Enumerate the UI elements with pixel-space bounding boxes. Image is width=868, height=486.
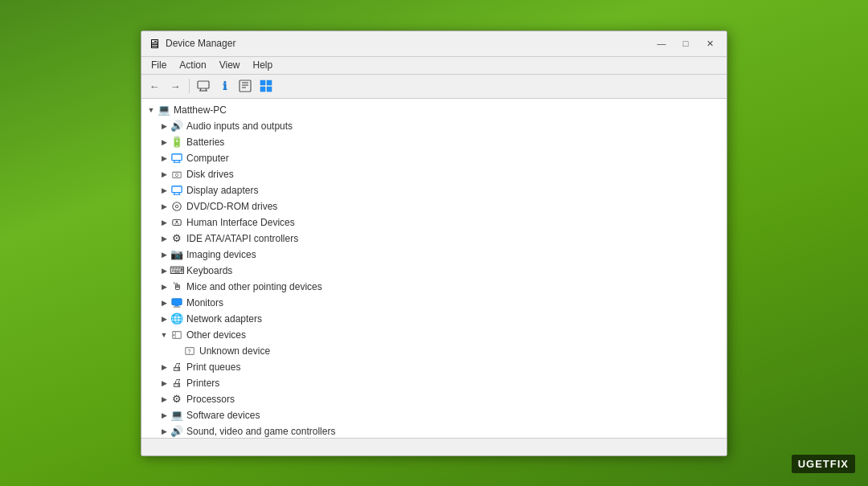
expander: ▶ [158, 136, 170, 149]
dvd-icon [170, 200, 183, 213]
list-item[interactable]: ▶ 🖨 Print queues [141, 359, 727, 375]
svg-rect-0 [198, 81, 209, 88]
item-label: DVD/CD-ROM drives [186, 201, 277, 212]
svg-rect-31 [174, 306, 181, 307]
print-queues-icon: 🖨 [170, 361, 183, 374]
expander: ▶ [158, 168, 170, 181]
display-icon [170, 184, 183, 197]
list-item[interactable]: ▶ 🖱 Mice and other pointing devices [141, 279, 727, 295]
item-label: Processors [186, 394, 235, 405]
list-item[interactable]: ▶ 💻 Software devices [141, 407, 727, 423]
expander: ▶ [158, 409, 170, 422]
item-label: IDE ATA/ATAPI controllers [186, 233, 298, 244]
svg-text:?: ? [187, 348, 190, 353]
list-item[interactable]: ▶ 🖨 Printers [141, 375, 727, 391]
item-label: Unknown device [199, 345, 270, 357]
title-bar-left: 🖥 Device Manager [148, 37, 235, 50]
maximize-button[interactable]: □ [675, 35, 696, 51]
root-icon: 💻 [158, 104, 170, 116]
svg-rect-11 [267, 87, 272, 92]
root-label: Matthew-PC [174, 104, 227, 116]
menu-view[interactable]: View [213, 58, 247, 72]
update-button[interactable] [235, 77, 255, 95]
imaging-icon: 📷 [170, 248, 183, 261]
window-icon: 🖥 [148, 37, 161, 50]
list-item[interactable]: ▶ 🔊 Sound, video and game controllers [141, 423, 727, 438]
window-title: Device Manager [166, 38, 235, 49]
expander: ▼ [158, 329, 170, 341]
item-label: Disk drives [186, 169, 234, 180]
menu-file[interactable]: File [145, 58, 173, 72]
item-label: Computer [186, 153, 229, 164]
mice-icon: 🖱 [170, 280, 183, 293]
menu-action[interactable]: Action [173, 58, 212, 72]
tree-view[interactable]: ▼ 💻 Matthew-PC ▶ 🔊 Audio inputs and outp… [141, 99, 727, 438]
properties-button[interactable]: ℹ [215, 77, 234, 95]
list-item[interactable]: ▶ 📷 Imaging devices [141, 247, 727, 263]
update-icon [239, 80, 252, 92]
processors-icon: ⚙ [170, 393, 183, 406]
other-icon [170, 329, 183, 341]
back-button[interactable]: ← [145, 77, 164, 95]
software-devices-icon: 💻 [170, 409, 183, 422]
expander: ▶ [158, 425, 170, 438]
expander: ▶ [158, 152, 170, 165]
device-manager-window: 🖥 Device Manager — □ ✕ File Action View … [141, 31, 727, 456]
toolbar-separator-1 [189, 79, 190, 93]
view-icon [260, 80, 272, 92]
list-item[interactable]: ▶ Computer [141, 150, 727, 166]
list-item[interactable]: ▶ Disk drives [141, 166, 727, 182]
status-bar [141, 438, 727, 455]
list-item[interactable]: ▶ 🔊 Audio inputs and outputs [141, 118, 727, 134]
root-expander: ▼ [145, 104, 158, 116]
expander: ▶ [158, 120, 170, 133]
list-item[interactable]: ▶ ⚙ IDE ATA/ATAPI controllers [141, 231, 727, 247]
view-button[interactable] [256, 77, 276, 95]
list-item[interactable]: ▶ Monitors [141, 295, 727, 311]
svg-point-24 [175, 205, 178, 208]
svg-rect-30 [174, 304, 178, 306]
item-label: Other devices [186, 329, 246, 341]
svg-rect-12 [172, 153, 182, 160]
title-bar: 🖥 Device Manager — □ ✕ [141, 31, 727, 57]
item-label: Display adapters [186, 185, 258, 196]
svg-point-17 [175, 174, 178, 177]
close-button[interactable]: ✕ [699, 35, 720, 51]
expander: ▶ [158, 312, 170, 325]
item-label: Sound, video and game controllers [186, 426, 335, 437]
list-item[interactable]: ? Unknown device [141, 343, 727, 359]
list-item[interactable]: ▶ ⌨ Keyboards [141, 263, 727, 279]
list-item[interactable]: ▶ ⚙ Processors [141, 391, 727, 407]
list-item[interactable]: ▶ Human Interface Devices [141, 214, 727, 231]
list-item[interactable]: ▼ Other devices [141, 327, 727, 343]
svg-point-34 [174, 334, 175, 336]
tree-root[interactable]: ▼ 💻 Matthew-PC [141, 102, 727, 118]
expander: ▶ [158, 216, 170, 229]
list-item[interactable]: ▶ 🔋 Batteries [141, 134, 727, 150]
item-label: Print queues [186, 361, 240, 373]
list-item[interactable]: ▶ 🌐 Network adapters [141, 311, 727, 327]
forward-button[interactable]: → [166, 77, 185, 95]
monitors-icon [170, 296, 183, 309]
computer-icon [170, 152, 183, 165]
expander [170, 345, 183, 357]
svg-point-26 [176, 220, 178, 223]
svg-rect-8 [260, 80, 265, 85]
expander: ▶ [158, 200, 170, 213]
expander: ▶ [158, 377, 170, 390]
unknown-icon: ? [183, 345, 196, 357]
item-label: Audio inputs and outputs [186, 120, 293, 132]
computer-icon [197, 80, 210, 92]
item-label: Keyboards [186, 265, 232, 276]
expander: ▶ [158, 393, 170, 406]
keyboard-icon: ⌨ [170, 264, 183, 277]
minimize-button[interactable]: — [651, 35, 672, 51]
menu-help[interactable]: Help [247, 58, 280, 72]
printers-icon: 🖨 [170, 377, 183, 390]
item-label: Printers [186, 378, 219, 389]
list-item[interactable]: ▶ Display adapters [141, 182, 727, 198]
batteries-icon: 🔋 [170, 136, 183, 149]
computer-button[interactable] [194, 77, 213, 95]
svg-rect-16 [173, 172, 182, 178]
list-item[interactable]: ▶ DVD/CD-ROM drives [141, 198, 727, 214]
